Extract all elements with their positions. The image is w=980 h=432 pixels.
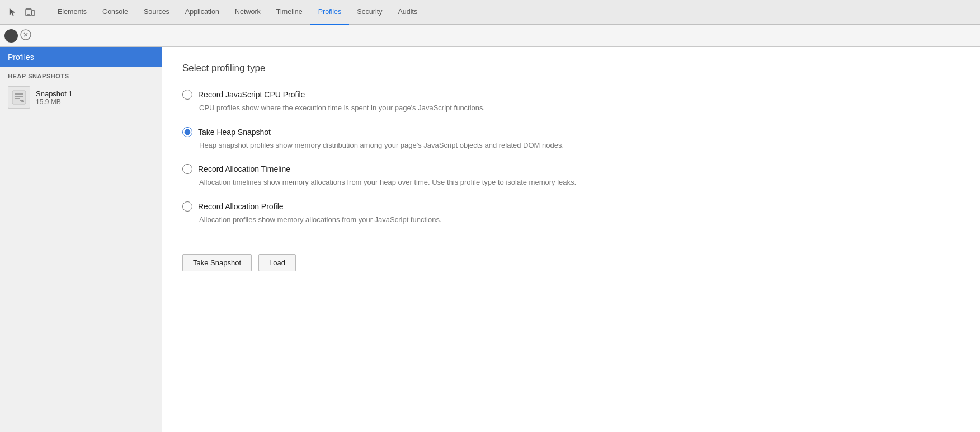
main-content: Select profiling type Record JavaScript …: [162, 47, 980, 432]
svg-rect-1: [32, 11, 35, 15]
tab-network[interactable]: Network: [227, 0, 268, 25]
tab-timeline[interactable]: Timeline: [268, 0, 310, 25]
snapshot-item[interactable]: % Snapshot 1 15.9 MB: [0, 83, 162, 112]
cursor-icon[interactable]: [4, 4, 20, 20]
tab-sources[interactable]: Sources: [136, 0, 177, 25]
radio-allocation-timeline[interactable]: [182, 164, 192, 174]
svg-text:%: %: [20, 98, 24, 104]
radio-heap-snapshot[interactable]: [182, 127, 192, 137]
option-row-timeline: Record Allocation Timeline: [182, 164, 960, 174]
radio-allocation-profile[interactable]: [182, 201, 192, 212]
action-buttons: Take Snapshot Load: [182, 254, 960, 271]
label-allocation-timeline[interactable]: Record Allocation Timeline: [198, 165, 290, 173]
label-cpu-profile[interactable]: Record JavaScript CPU Profile: [198, 90, 305, 99]
load-button[interactable]: Load: [258, 254, 296, 271]
sidebar-header: Profiles: [0, 47, 162, 67]
tab-profiles[interactable]: Profiles: [310, 0, 350, 25]
option-cpu-profile: Record JavaScript CPU Profile CPU profil…: [182, 90, 960, 114]
top-toolbar: Elements Console Sources Application Net…: [0, 0, 980, 25]
option-row-heap: Take Heap Snapshot: [182, 127, 960, 137]
label-heap-snapshot[interactable]: Take Heap Snapshot: [198, 128, 271, 137]
toolbar-icons: [4, 4, 38, 20]
snapshot-name: Snapshot 1: [36, 90, 73, 98]
snapshot-icon: %: [8, 86, 30, 109]
sidebar-section-title: HEAP SNAPSHOTS: [0, 67, 162, 83]
desc-heap-snapshot: Heap snapshot profiles show memory distr…: [182, 140, 960, 151]
toolbar-divider: [46, 7, 46, 18]
option-heap-snapshot: Take Heap Snapshot Heap snapshot profile…: [182, 127, 960, 151]
option-allocation-timeline: Record Allocation Timeline Allocation ti…: [182, 164, 960, 188]
desc-allocation-timeline: Allocation timelines show memory allocat…: [182, 177, 960, 188]
sidebar-title: Profiles: [8, 53, 34, 62]
secondary-toolbar: [0, 25, 980, 47]
desc-allocation-profile: Allocation profiles show memory allocati…: [182, 214, 960, 226]
profile-options: Record JavaScript CPU Profile CPU profil…: [182, 90, 960, 238]
radio-cpu-profile[interactable]: [182, 90, 192, 100]
tab-console[interactable]: Console: [95, 0, 136, 25]
desc-cpu-profile: CPU profiles show where the execution ti…: [182, 102, 960, 114]
stop-button[interactable]: [20, 29, 31, 42]
option-row-profile: Record Allocation Profile: [182, 201, 960, 212]
device-icon[interactable]: [22, 4, 38, 20]
record-button[interactable]: [4, 29, 18, 43]
snapshot-size: 15.9 MB: [36, 98, 73, 106]
main-layout: Profiles HEAP SNAPSHOTS % Snapshot 1 15.…: [0, 47, 980, 432]
option-row-cpu: Record JavaScript CPU Profile: [182, 90, 960, 100]
tab-audits[interactable]: Audits: [390, 0, 425, 25]
tab-application[interactable]: Application: [177, 0, 227, 25]
section-title: Select profiling type: [182, 63, 960, 74]
sidebar: Profiles HEAP SNAPSHOTS % Snapshot 1 15.…: [0, 47, 162, 432]
tab-security[interactable]: Security: [349, 0, 390, 25]
take-snapshot-button[interactable]: Take Snapshot: [182, 254, 252, 271]
nav-tabs: Elements Console Sources Application Net…: [50, 0, 425, 25]
label-allocation-profile[interactable]: Record Allocation Profile: [198, 202, 284, 211]
snapshot-info: Snapshot 1 15.9 MB: [36, 90, 73, 106]
option-allocation-profile: Record Allocation Profile Allocation pro…: [182, 201, 960, 226]
tab-elements[interactable]: Elements: [50, 0, 95, 25]
